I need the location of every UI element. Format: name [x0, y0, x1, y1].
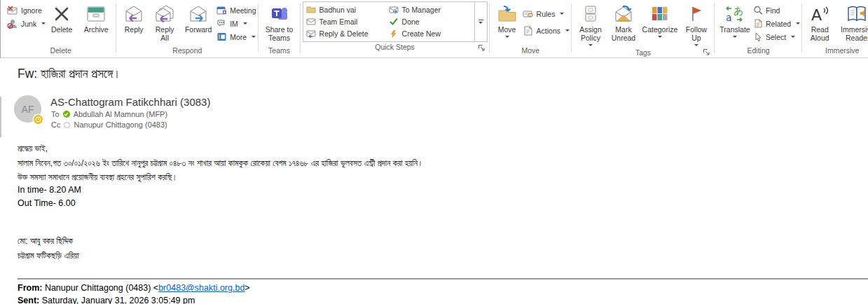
translate-caret-icon	[733, 36, 737, 38]
signature-name: মো: আবু বকর ছিদ্দিক	[18, 236, 73, 246]
reply-all-button[interactable]: Reply All	[149, 1, 180, 42]
delete-button[interactable]: Delete	[46, 1, 78, 34]
envelope-forward-icon	[389, 6, 399, 13]
cc-recipient[interactable]: Nanupur Chittagong (0483)	[74, 120, 167, 129]
sender-avatar[interactable]: AF	[14, 95, 41, 123]
assign-policy-caret-icon	[588, 44, 593, 46]
assign-policy-label: Assign Policy	[575, 25, 606, 42]
away-status-badge	[34, 115, 43, 124]
im-label: IM	[230, 20, 238, 28]
body-line-out-time: Out Time- 6.00	[18, 198, 76, 208]
select-label: Select	[766, 33, 786, 41]
tags-dialog-launcher[interactable]	[703, 48, 710, 56]
quick-steps-gallery: Badhun vai Team Email Reply & Delete	[303, 1, 488, 42]
find-button[interactable]: Find	[753, 4, 800, 17]
actions-label: Actions	[537, 27, 560, 35]
from-value-suffix: >	[244, 283, 249, 293]
ignore-icon	[7, 6, 18, 15]
teams-group-label: Teams	[261, 46, 298, 57]
svg-text:a: a	[726, 12, 732, 23]
quick-step-badhun-vai[interactable]: Badhun vai	[306, 4, 389, 15]
archive-button[interactable]: Archive	[78, 1, 114, 34]
envelope-reply-icon	[306, 30, 316, 38]
delete-x-icon	[53, 3, 70, 25]
categorize-icon	[651, 3, 669, 25]
tags-group-label-text: Tags	[635, 48, 651, 57]
follow-up-caret-icon	[694, 44, 698, 46]
im-button[interactable]: IM	[216, 17, 256, 30]
body-line: শ্রদ্ধেয় ভাই,	[18, 144, 48, 153]
related-icon	[753, 19, 763, 28]
select-button[interactable]: Select	[753, 30, 800, 43]
translate-button[interactable]: あa Translate	[717, 1, 753, 39]
outlook-reading-pane-window: Ignore Junk Delete Archive Delete	[0, 0, 868, 304]
junk-button[interactable]: Junk	[7, 17, 46, 30]
follow-up-flag-icon	[689, 3, 703, 25]
translate-label: Translate	[719, 25, 750, 34]
rules-button[interactable]: Rules	[523, 7, 570, 20]
follow-up-button[interactable]: Follow Up	[680, 1, 712, 48]
immersive-group-label: Immersive	[804, 46, 868, 57]
forward-label: Forward	[185, 25, 212, 34]
body-line: সালাম নিবেন,গত ৩০/০১/২০২৬ ইং তারিখে নানু…	[18, 158, 423, 168]
presence-available-icon	[63, 111, 70, 118]
share-to-teams-button[interactable]: Share to Teams	[261, 1, 298, 42]
body-line-in-time: In time- 8.20 AM	[18, 185, 81, 195]
categorize-button[interactable]: Categorize	[640, 1, 680, 39]
forward-icon	[187, 3, 209, 25]
gallery-more-caret-icon	[478, 22, 483, 24]
quick-steps-dialog-launcher[interactable]	[478, 44, 485, 52]
message-subject: Fw: হাজিরা প্রদান প্রসঙ্গে।	[18, 67, 121, 81]
tags-group-label: Tags	[574, 48, 712, 58]
ribbon-group-tags: Assign Policy Mark Unread Categorize Fol…	[572, 0, 715, 57]
select-icon	[753, 32, 763, 41]
delete-label: Delete	[51, 25, 72, 34]
read-aloud-label: Read Aloud	[806, 25, 834, 42]
quick-step-label: To Manager	[402, 6, 441, 14]
read-aloud-button[interactable]: A Read Aloud	[804, 1, 835, 42]
reply-all-label: Reply All	[151, 25, 178, 42]
sender-name[interactable]: AS-Chattogram Fatikchhari (3083)	[50, 96, 210, 108]
forward-button[interactable]: Forward	[180, 1, 216, 34]
editing-group-label: Editing	[717, 46, 800, 57]
quick-step-done[interactable]: Done	[389, 15, 471, 27]
lightning-icon	[389, 30, 399, 38]
quick-step-create-new[interactable]: Create New	[389, 28, 471, 40]
quick-steps-group-label-text: Quick Steps	[375, 43, 415, 51]
share-to-teams-label: Share to Teams	[262, 25, 297, 42]
archive-icon	[86, 3, 106, 25]
ribbon: Ignore Junk Delete Archive Delete	[0, 0, 868, 58]
more-respond-button[interactable]: More	[216, 30, 256, 43]
rules-label: Rules	[537, 10, 556, 18]
pane-scrollbar[interactable]	[0, 97, 1, 137]
quick-steps-gallery-more-button[interactable]	[474, 2, 487, 41]
envelope-icon	[306, 18, 316, 25]
quick-step-label: Team Email	[319, 18, 358, 26]
meeting-label: Meeting	[230, 6, 256, 15]
assign-policy-button[interactable]: Assign Policy	[574, 1, 607, 48]
select-caret-icon	[791, 36, 795, 38]
related-button[interactable]: Related	[753, 17, 800, 30]
find-icon	[753, 6, 763, 15]
reply-label: Reply	[125, 25, 144, 34]
mark-unread-button[interactable]: Mark Unread	[607, 1, 640, 42]
gallery-more-icon	[478, 20, 483, 20]
meeting-icon	[216, 6, 227, 15]
move-label: Move	[498, 25, 516, 34]
to-recipient[interactable]: Abdullah Al Mamnun (MFP)	[74, 110, 168, 118]
quick-step-label: Reply & Delete	[319, 29, 368, 38]
meeting-button[interactable]: Meeting	[216, 4, 256, 17]
actions-button[interactable]: Actions	[523, 24, 570, 37]
quick-step-reply-delete[interactable]: Reply & Delete	[306, 28, 389, 40]
from-email-link[interactable]: br0483@shakti.org.bd	[158, 283, 244, 293]
more-label: More	[230, 33, 247, 41]
related-caret-icon	[796, 22, 800, 25]
quick-step-to-manager[interactable]: To Manager	[389, 4, 471, 15]
quick-step-team-email[interactable]: Team Email	[306, 15, 389, 27]
reply-button[interactable]: Reply	[118, 1, 149, 34]
quoted-from-line: From: Nanupur Chittagong (0483) <br0483@…	[18, 283, 250, 293]
move-button[interactable]: Move	[492, 1, 523, 39]
ignore-button[interactable]: Ignore	[7, 4, 46, 17]
immersive-reader-button[interactable]: Immersive Reader	[835, 1, 868, 42]
immersive-reader-icon	[846, 3, 868, 25]
